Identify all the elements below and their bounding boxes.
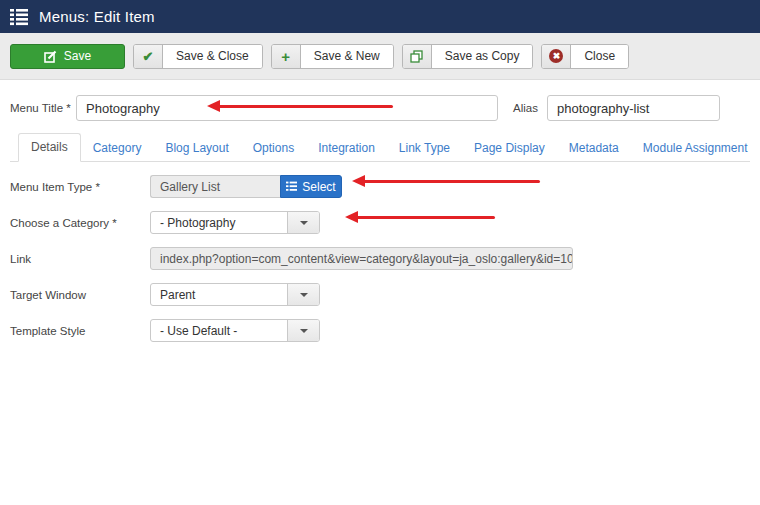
copy-icon (403, 45, 432, 68)
app-header: Menus: Edit Item (0, 0, 760, 33)
close-icon: ✖ (542, 45, 571, 68)
template-style-label: Template Style (10, 325, 150, 337)
save-button[interactable]: Save (10, 44, 125, 69)
select-button-label: Select (302, 180, 335, 194)
save-copy-label: Save as Copy (432, 45, 533, 68)
target-window-label: Target Window (10, 289, 150, 301)
template-style-select[interactable]: - Use Default - (150, 319, 320, 342)
close-button-label: Close (571, 45, 628, 68)
category-select[interactable]: - Photography (150, 211, 320, 234)
menu-list-icon (10, 8, 28, 26)
target-window-selected-value: Parent (151, 284, 287, 305)
details-form: Menu Item Type * Gallery List Select (10, 175, 750, 342)
tab-options[interactable]: Options (241, 135, 306, 162)
category-selected-value: - Photography (151, 212, 287, 233)
save-icon (44, 50, 57, 63)
tab-page-display[interactable]: Page Display (462, 135, 557, 162)
chevron-down-icon[interactable] (287, 212, 319, 233)
target-window-row: Target Window Parent (10, 283, 750, 306)
save-close-button[interactable]: ✔ Save & Close (133, 44, 263, 69)
title-row: Menu Title * Alias (10, 95, 750, 121)
list-icon (286, 181, 297, 192)
link-value: index.php?option=com_content&view=catego… (150, 247, 573, 270)
save-button-label: Save (64, 49, 91, 63)
template-style-row: Template Style - Use Default - (10, 319, 750, 342)
category-row: Choose a Category * - Photography (10, 211, 750, 234)
page: Menus: Edit Item Save ✔ Save & Close + S… (0, 0, 760, 505)
tab-details[interactable]: Details (18, 133, 81, 162)
menu-item-type-value: Gallery List (150, 175, 280, 198)
alias-label: Alias (513, 102, 538, 114)
toolbar: Save ✔ Save & Close + Save & New Save as… (0, 33, 760, 80)
tab-integration[interactable]: Integration (306, 135, 387, 162)
alias-input[interactable] (547, 95, 720, 121)
category-label: Choose a Category * (10, 217, 150, 229)
menu-item-type-label: Menu Item Type * (10, 181, 150, 193)
menu-item-type-row: Menu Item Type * Gallery List Select (10, 175, 750, 198)
tab-category[interactable]: Category (81, 135, 154, 162)
save-close-label: Save & Close (163, 45, 262, 68)
close-button[interactable]: ✖ Close (541, 44, 629, 69)
link-row: Link index.php?option=com_content&view=c… (10, 247, 750, 270)
link-label: Link (10, 253, 150, 265)
check-icon: ✔ (134, 45, 163, 68)
plus-icon: + (272, 45, 301, 68)
chevron-down-icon[interactable] (287, 284, 319, 305)
tab-module-assignment[interactable]: Module Assignment (631, 135, 760, 162)
menu-title-input[interactable] (76, 95, 498, 121)
save-new-label: Save & New (301, 45, 393, 68)
tab-bar: Details Category Blog Layout Options Int… (10, 133, 750, 162)
chevron-down-icon[interactable] (287, 320, 319, 341)
page-title: Menus: Edit Item (39, 8, 155, 25)
save-copy-button[interactable]: Save as Copy (402, 44, 534, 69)
save-new-button[interactable]: + Save & New (271, 44, 394, 69)
menu-item-type-select-button[interactable]: Select (280, 175, 342, 198)
tab-link-type[interactable]: Link Type (387, 135, 462, 162)
tab-blog-layout[interactable]: Blog Layout (153, 135, 240, 162)
tab-metadata[interactable]: Metadata (557, 135, 631, 162)
menu-title-label: Menu Title * (10, 102, 76, 114)
template-style-selected-value: - Use Default - (151, 320, 287, 341)
target-window-select[interactable]: Parent (150, 283, 320, 306)
